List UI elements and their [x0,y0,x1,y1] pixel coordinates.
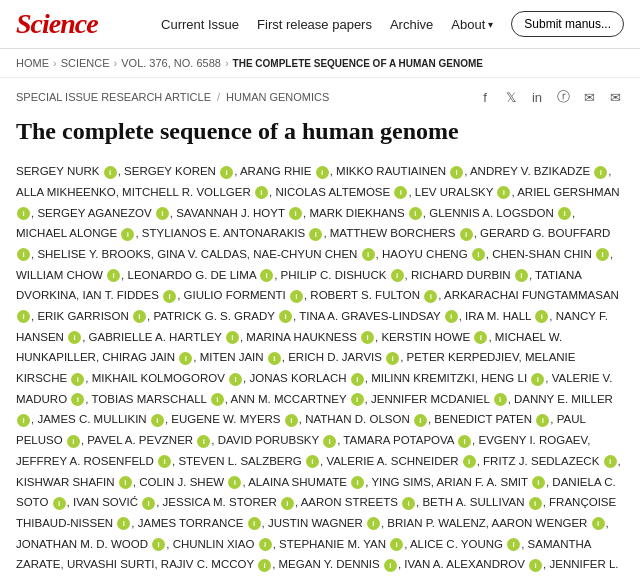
orcid-icon[interactable]: i [220,166,233,179]
orcid-icon[interactable]: i [68,331,81,344]
orcid-icon[interactable]: i [268,352,281,365]
nav-current-issue[interactable]: Current Issue [161,17,239,32]
orcid-icon[interactable]: i [515,269,528,282]
orcid-icon[interactable]: i [142,497,155,510]
orcid-icon[interactable]: i [53,497,66,510]
orcid-icon[interactable]: i [594,166,607,179]
author-wenger: AARON WENGER [492,517,588,529]
orcid-icon[interactable]: i [391,269,404,282]
orcid-icon[interactable]: i [281,497,294,510]
orcid-icon[interactable]: i [197,435,210,448]
orcid-icon[interactable]: i [158,455,171,468]
orcid-icon[interactable]: i [119,476,132,489]
orcid-icon[interactable]: i [309,228,322,241]
orcid-icon[interactable]: i [472,248,485,261]
orcid-icon[interactable]: i [384,559,397,572]
orcid-icon[interactable]: i [152,538,165,551]
orcid-icon[interactable]: i [285,414,298,427]
orcid-icon[interactable]: i [529,497,542,510]
orcid-icon[interactable]: i [17,310,30,323]
orcid-icon[interactable]: i [351,393,364,406]
author-kerpedjiev: PETER KERPEDJIEV [407,351,519,363]
orcid-icon[interactable]: i [592,517,605,530]
orcid-icon[interactable]: i [536,414,549,427]
orcid-icon[interactable]: i [228,476,241,489]
breadcrumb-volume[interactable]: VOL. 376, NO. 6588 [121,57,221,69]
orcid-icon[interactable]: i [367,517,380,530]
breadcrumb-science[interactable]: SCIENCE [61,57,110,69]
orcid-icon[interactable]: i [279,310,292,323]
orcid-icon[interactable]: i [255,186,268,199]
nav-first-release[interactable]: First release papers [257,17,372,32]
orcid-icon[interactable]: i [121,228,134,241]
orcid-icon[interactable]: i [258,559,271,572]
orcid-icon[interactable]: i [289,207,302,220]
orcid-icon[interactable]: i [156,207,169,220]
nav-archive[interactable]: Archive [390,17,433,32]
breadcrumb-home[interactable]: HOME [16,57,49,69]
orcid-icon[interactable]: i [71,393,84,406]
orcid-icon[interactable]: i [507,538,520,551]
orcid-icon[interactable]: i [71,373,84,386]
orcid-icon[interactable]: i [306,455,319,468]
orcid-icon[interactable]: i [351,373,364,386]
orcid-icon[interactable]: i [17,248,30,261]
orcid-icon[interactable]: i [532,476,545,489]
orcid-icon[interactable]: i [558,207,571,220]
orcid-icon[interactable]: i [497,186,510,199]
orcid-icon[interactable]: i [460,228,473,241]
orcid-icon[interactable]: i [531,373,544,386]
orcid-icon[interactable]: i [596,248,609,261]
orcid-icon[interactable]: i [117,517,130,530]
reddit-icon[interactable]: ⓡ [554,88,572,106]
orcid-icon[interactable]: i [445,310,458,323]
orcid-icon[interactable]: i [133,310,146,323]
twitter-icon[interactable]: 𝕏 [502,88,520,106]
orcid-icon[interactable]: i [226,331,239,344]
facebook-icon[interactable]: f [476,88,494,106]
orcid-icon[interactable]: i [424,290,437,303]
orcid-icon[interactable]: i [463,455,476,468]
orcid-icon[interactable]: i [474,331,487,344]
orcid-icon[interactable]: i [604,455,617,468]
orcid-icon[interactable]: i [17,414,30,427]
author-potapova: TAMARA POTAPOVA [343,434,454,446]
nav-about[interactable]: About ▾ [451,17,493,32]
orcid-icon[interactable]: i [494,393,507,406]
orcid-icon[interactable]: i [386,352,399,365]
orcid-icon[interactable]: i [290,290,303,303]
orcid-icon[interactable]: i [260,269,273,282]
orcid-icon[interactable]: i [163,290,176,303]
orcid-icon[interactable]: i [151,414,164,427]
orcid-icon[interactable]: i [259,538,272,551]
linkedin-icon[interactable]: in [528,88,546,106]
submit-button[interactable]: Submit manus... [511,11,624,37]
orcid-icon[interactable]: i [450,166,463,179]
site-logo[interactable]: Science [16,8,98,40]
orcid-icon[interactable]: i [229,373,242,386]
orcid-icon[interactable]: i [361,331,374,344]
orcid-icon[interactable]: i [351,476,364,489]
orcid-icon[interactable]: i [402,497,415,510]
orcid-icon[interactable]: i [316,166,329,179]
orcid-icon[interactable]: i [458,435,471,448]
orcid-icon[interactable]: i [390,538,403,551]
orcid-icon[interactable]: i [414,414,427,427]
orcid-icon[interactable]: i [535,310,548,323]
orcid-icon[interactable]: i [67,435,80,448]
author-mikheenko: ALLA MIKHEENKO [16,186,116,198]
orcid-icon[interactable]: i [211,393,224,406]
orcid-icon[interactable]: i [409,207,422,220]
orcid-icon[interactable]: i [107,269,120,282]
wechat-icon[interactable]: ✉ [580,88,598,106]
orcid-icon[interactable]: i [248,517,261,530]
email-icon[interactable]: ✉ [606,88,624,106]
orcid-icon[interactable]: i [179,352,192,365]
orcid-icon[interactable]: i [104,166,117,179]
author-mcdaniel: JENNIFER MCDANIEL [371,393,489,405]
orcid-icon[interactable]: i [17,207,30,220]
orcid-icon[interactable]: i [529,559,542,572]
orcid-icon[interactable]: i [394,186,407,199]
orcid-icon[interactable]: i [362,248,375,261]
orcid-icon[interactable]: i [323,435,336,448]
